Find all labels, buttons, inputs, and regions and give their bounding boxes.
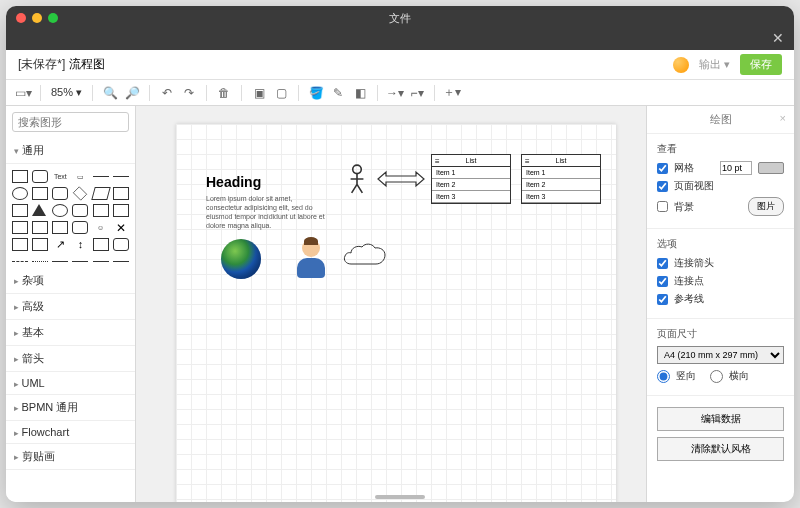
shape-arrow-line[interactable] [52,261,68,262]
shape-rounded-rect[interactable] [32,170,48,183]
double-arrow-shape[interactable] [376,169,426,189]
list-shape-2[interactable]: List Item 1 Item 2 Item 3 [521,154,601,204]
background-checkbox[interactable] [657,201,668,212]
view-mode-button[interactable]: ▭▾ [14,84,32,102]
category-flowchart[interactable]: Flowchart [6,421,135,444]
category-arrows[interactable]: 箭头 [6,346,135,372]
globe-shape[interactable] [221,239,261,279]
shape-square[interactable] [32,187,48,200]
conn-arrow-checkbox[interactable] [657,258,668,269]
shape-triangle[interactable] [32,204,46,216]
shape-tape[interactable] [52,221,68,234]
shape-bubble[interactable] [72,221,88,234]
zoom-out-icon[interactable]: 🔍 [101,84,119,102]
category-uml[interactable]: UML [6,372,135,395]
shape-dashed[interactable] [12,261,28,262]
grid-color-swatch[interactable] [758,162,784,174]
heading-shape[interactable]: Heading [206,174,261,190]
shape-arrow[interactable]: ↗ [52,238,68,251]
landscape-radio[interactable] [710,370,723,383]
shape-dotted[interactable] [32,261,48,262]
shape-curve2[interactable] [113,261,129,262]
pagesize-select[interactable]: A4 (210 mm x 297 mm) [657,346,784,364]
reset-style-button[interactable]: 清除默认风格 [657,437,784,461]
panel-close-icon[interactable]: × [780,112,786,124]
canvas-area[interactable]: Heading Lorem ipsum dolor sit amet, cons… [136,106,646,502]
conn-arrow-label: 连接箭头 [674,256,714,270]
resize-handle[interactable] [375,495,425,499]
shape-parallelogram[interactable] [91,187,110,200]
to-back-icon[interactable]: ▢ [272,84,290,102]
shape-actor[interactable]: ☺ [93,221,109,234]
shape-cross[interactable]: ✕ [113,221,129,234]
shape-note[interactable] [93,204,109,217]
redo-icon[interactable]: ↷ [180,84,198,102]
shape-text[interactable]: Text [52,170,68,183]
edit-data-button[interactable]: 编辑数据 [657,407,784,431]
shape-doc[interactable] [12,238,28,251]
shape-and[interactable] [113,238,129,251]
grid-checkbox[interactable] [657,163,668,174]
shape-trapezoid[interactable] [32,221,48,234]
image-button[interactable]: 图片 [748,197,784,216]
category-bpmn[interactable]: BPMN 通用 [6,395,135,421]
shape-callout[interactable] [72,204,88,217]
category-advanced[interactable]: 高级 [6,294,135,320]
sub-titlebar: ✕ [6,30,794,50]
pageview-checkbox[interactable] [657,181,668,192]
export-button[interactable]: 输出 ▾ [699,57,730,72]
conn-point-checkbox[interactable] [657,276,668,287]
shape-line[interactable] [93,176,109,177]
category-clipart[interactable]: 剪贴画 [6,444,135,470]
guide-checkbox[interactable] [657,294,668,305]
close-icon[interactable]: ✕ [772,30,784,46]
zoom-dropdown[interactable]: 85% ▾ [49,86,84,99]
category-misc[interactable]: 杂项 [6,268,135,294]
shape-rounded[interactable] [52,187,68,200]
close-window[interactable] [16,13,26,23]
shape-hexagon[interactable] [113,187,129,200]
shape-ellipse[interactable] [12,187,28,200]
shape-or[interactable] [93,238,109,251]
category-general[interactable]: 通用 [6,138,135,164]
shape-step[interactable] [12,221,28,234]
list-shape-1[interactable]: List Item 1 Item 2 Item 3 [431,154,511,204]
shape-diamond[interactable] [73,186,87,200]
shape-process[interactable] [12,204,28,217]
zoom-in-icon[interactable]: 🔎 [123,84,141,102]
cloud-shape[interactable] [341,242,391,272]
connection-icon[interactable]: →▾ [386,84,404,102]
add-icon[interactable]: ＋▾ [443,84,461,102]
portrait-radio[interactable] [657,370,670,383]
save-button[interactable]: 保存 [740,54,782,75]
shape-curve[interactable] [93,261,109,262]
doc-header: [未保存*] 流程图 输出 ▾ 保存 [6,50,794,80]
shape-cylinder[interactable] [52,204,68,217]
shape-star[interactable]: ↕ [72,238,88,251]
shape-textbox[interactable]: ▭ [72,170,88,183]
to-front-icon[interactable]: ▣ [250,84,268,102]
avatar-shape[interactable] [296,239,326,279]
canvas-page[interactable]: Heading Lorem ipsum dolor sit amet, cons… [176,124,616,502]
search-input[interactable] [12,112,129,132]
delete-icon[interactable]: 🗑 [215,84,233,102]
shape-card[interactable] [113,204,129,217]
unsaved-indicator: [未保存*] [18,57,65,71]
shape-rect[interactable] [12,170,28,183]
shape-biarrow[interactable] [72,261,88,262]
fill-color-icon[interactable]: 🪣 [307,84,325,102]
shape-folder[interactable] [32,238,48,251]
waypoint-icon[interactable]: ⌐▾ [408,84,426,102]
grid-size-input[interactable] [720,161,752,175]
shape-line2[interactable] [113,176,129,177]
line-color-icon[interactable]: ✎ [329,84,347,102]
category-basic[interactable]: 基本 [6,320,135,346]
app-logo-icon [673,57,689,73]
undo-icon[interactable]: ↶ [158,84,176,102]
actor-shape[interactable] [346,164,368,194]
list-item: Item 2 [432,179,510,191]
maximize-window[interactable] [48,13,58,23]
minimize-window[interactable] [32,13,42,23]
shadow-icon[interactable]: ◧ [351,84,369,102]
lorem-text-shape[interactable]: Lorem ipsum dolor sit amet, consectetur … [206,194,326,230]
